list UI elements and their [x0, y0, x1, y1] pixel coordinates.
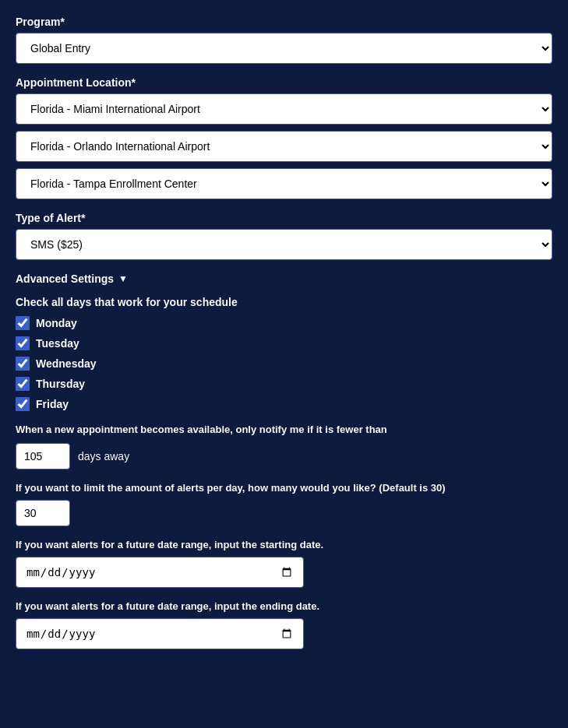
monday-item: Monday	[16, 316, 552, 330]
tuesday-checkbox[interactable]	[16, 336, 30, 350]
location-select-2[interactable]: Florida - Orlando International Airport	[16, 131, 552, 162]
days-section: Check all days that work for your schedu…	[16, 296, 552, 411]
tuesday-label: Tuesday	[36, 337, 79, 350]
alert-type-select[interactable]: SMS ($25)	[16, 229, 552, 260]
location-select-1[interactable]: Florida - Miami International Airport	[16, 93, 552, 125]
thursday-item: Thursday	[16, 377, 552, 391]
alert-limit-input[interactable]	[16, 500, 70, 526]
end-date-input[interactable]	[16, 618, 304, 649]
alert-type-label: Type of Alert*	[16, 212, 552, 224]
location-label: Appointment Location*	[16, 76, 552, 89]
wednesday-item: Wednesday	[16, 357, 552, 371]
alert-limit-section: If you want to limit the amount of alert…	[16, 482, 552, 526]
location-select-3[interactable]: Florida - Tampa Enrollment Center	[16, 168, 552, 199]
tuesday-item: Tuesday	[16, 336, 552, 350]
advanced-settings-arrow: ▼	[118, 273, 128, 284]
alert-limit-description: If you want to limit the amount of alert…	[16, 482, 552, 494]
alert-type-section: Type of Alert* SMS ($25)	[16, 212, 552, 260]
friday-checkbox[interactable]	[16, 397, 30, 411]
advanced-settings-toggle[interactable]: Advanced Settings ▼	[16, 273, 552, 285]
end-date-description: If you want alerts for a future date ran…	[16, 600, 552, 612]
monday-label: Monday	[36, 317, 77, 329]
start-date-description: If you want alerts for a future date ran…	[16, 539, 552, 550]
wednesday-checkbox[interactable]	[16, 357, 30, 371]
days-away-description: When a new appointment becomes available…	[16, 424, 552, 435]
thursday-label: Thursday	[36, 378, 85, 390]
thursday-checkbox[interactable]	[16, 377, 30, 391]
monday-checkbox[interactable]	[16, 316, 30, 330]
program-label: Program*	[16, 16, 552, 28]
advanced-settings-label: Advanced Settings	[16, 273, 114, 285]
days-away-suffix: days away	[78, 450, 129, 462]
start-date-section: If you want alerts for a future date ran…	[16, 539, 552, 588]
friday-label: Friday	[36, 398, 69, 410]
wednesday-label: Wednesday	[36, 357, 97, 370]
days-subtitle: Check all days that work for your schedu…	[16, 296, 552, 308]
end-date-section: If you want alerts for a future date ran…	[16, 600, 552, 649]
advanced-settings-content: Check all days that work for your schedu…	[16, 296, 552, 649]
program-select[interactable]: Global Entry	[16, 33, 552, 64]
friday-item: Friday	[16, 397, 552, 411]
start-date-input[interactable]	[16, 557, 304, 588]
location-section: Appointment Location* Florida - Miami In…	[16, 76, 552, 199]
program-section: Program* Global Entry	[16, 16, 552, 64]
days-away-input[interactable]	[16, 443, 70, 470]
days-away-section: When a new appointment becomes available…	[16, 424, 552, 470]
days-away-row: days away	[16, 443, 552, 470]
